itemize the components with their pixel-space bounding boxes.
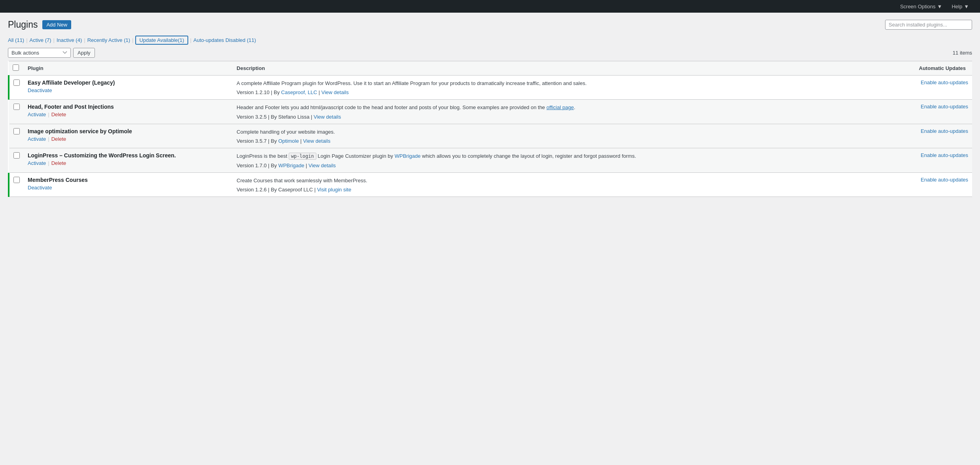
- plugin-description: Create Courses that work seamlessly with…: [236, 177, 816, 185]
- screen-options-button[interactable]: Screen Options ▼: [895, 0, 947, 13]
- enable-auto-updates-link[interactable]: Enable auto-updates: [921, 177, 968, 183]
- filter-bar: All (11) | Active (7) | Inactive (4) | R…: [8, 36, 972, 45]
- plugin-meta: Version 3.2.5 | By Stefano Lissa | View …: [236, 114, 816, 120]
- plugin-view-details-link[interactable]: View details: [303, 138, 330, 144]
- plugin-name: LoginPress – Customizing the WordPress L…: [28, 152, 229, 159]
- action-separator: |: [48, 136, 49, 142]
- actions-bar: Bulk actions Activate Deactivate Delete …: [8, 48, 972, 58]
- plugin-delete-link[interactable]: Delete: [51, 136, 66, 142]
- plugin-author-link[interactable]: WPBrigade: [278, 163, 305, 168]
- plugin-name: Head, Footer and Post Injections: [28, 104, 229, 110]
- enable-auto-updates-link[interactable]: Enable auto-updates: [921, 128, 968, 134]
- filter-auto-updates-disabled[interactable]: Auto-updates Disabled (11): [193, 37, 256, 43]
- plugin-activate-link[interactable]: Activate: [28, 160, 46, 166]
- col-header-description: Description: [233, 61, 820, 75]
- plugin-view-details-link[interactable]: Visit plugin site: [317, 187, 351, 193]
- filter-sep-2: |: [53, 37, 55, 43]
- screen-options-label: Screen Options: [900, 4, 936, 9]
- plugin-view-details-link[interactable]: View details: [314, 114, 341, 120]
- plugin-meta: Version 1.2.6 | By Caseproof LLC | Visit…: [236, 187, 816, 193]
- table-row: MemberPress CoursesDeactivateCreate Cour…: [9, 172, 972, 197]
- search-box: [885, 20, 972, 30]
- plugin-activate-link[interactable]: Activate: [28, 112, 46, 117]
- plugin-author-link[interactable]: Optimole: [278, 138, 299, 144]
- plugin-description-cell: Header and Footer lets you add html/java…: [233, 100, 820, 124]
- plugin-name: Easy Affiliate Developer (Legacy): [28, 79, 229, 86]
- col-header-plugin: Plugin: [24, 61, 233, 75]
- help-chevron-icon: ▼: [964, 4, 969, 9]
- plugin-auto-updates-cell: Enable auto-updates: [820, 75, 972, 100]
- help-button[interactable]: Help ▼: [947, 0, 974, 13]
- loginpress-author-link[interactable]: WPBrigade: [395, 153, 421, 159]
- plugin-name: Image optimization service by Optimole: [28, 128, 229, 134]
- plugin-checkbox-cell: [9, 172, 24, 197]
- plugin-actions: Deactivate: [28, 185, 229, 191]
- enable-auto-updates-link[interactable]: Enable auto-updates: [921, 152, 968, 158]
- filter-update-available[interactable]: Update Available (1): [135, 36, 188, 45]
- plugin-info-cell: Image optimization service by OptimoleAc…: [24, 124, 233, 148]
- plugin-auto-updates-cell: Enable auto-updates: [820, 124, 972, 148]
- plugin-actions: Activate | Delete: [28, 136, 229, 142]
- plugin-deactivate-link[interactable]: Deactivate: [28, 185, 52, 191]
- apply-button[interactable]: Apply: [73, 48, 95, 58]
- table-header-row: Plugin Description Automatic Updates: [9, 61, 972, 75]
- table-row: LoginPress – Customizing the WordPress L…: [9, 148, 972, 173]
- col-header-auto-updates: Automatic Updates: [820, 61, 972, 75]
- plugin-description-cell: Complete handling of your website images…: [233, 124, 820, 148]
- plugin-actions: Activate | Delete: [28, 112, 229, 117]
- plugin-checkbox[interactable]: [13, 79, 20, 86]
- search-input[interactable]: [885, 20, 972, 30]
- plugin-checkbox-cell: [9, 148, 24, 173]
- help-label: Help: [952, 4, 962, 9]
- plugin-description: Header and Footer lets you add html/java…: [236, 104, 816, 112]
- filter-all[interactable]: All (11): [8, 37, 24, 43]
- enable-auto-updates-link[interactable]: Enable auto-updates: [921, 104, 968, 110]
- bulk-actions-select[interactable]: Bulk actions Activate Deactivate Delete …: [8, 48, 71, 58]
- action-separator: |: [48, 160, 49, 166]
- plugin-info-cell: MemberPress CoursesDeactivate: [24, 172, 233, 197]
- plugin-checkbox[interactable]: [13, 104, 20, 110]
- filter-links: All (11) | Active (7) | Inactive (4) | R…: [8, 36, 256, 45]
- plugin-info-cell: Easy Affiliate Developer (Legacy)Deactiv…: [24, 75, 233, 100]
- plugin-view-details-link[interactable]: View details: [308, 163, 336, 168]
- plugins-table: Plugin Description Automatic Updates Eas…: [8, 61, 972, 197]
- plugin-description: LoginPress is the best wp-login Login Pa…: [236, 152, 816, 160]
- filter-sep-5: |: [190, 37, 191, 43]
- plugin-name: MemberPress Courses: [28, 177, 229, 183]
- plugin-meta: Version 3.5.7 | By Optimole | View detai…: [236, 138, 816, 144]
- plugin-view-details-link[interactable]: View details: [322, 89, 349, 95]
- plugin-checkbox[interactable]: [13, 177, 20, 183]
- plugin-auto-updates-cell: Enable auto-updates: [820, 172, 972, 197]
- items-count: 11 items: [953, 50, 972, 56]
- filter-recently-active[interactable]: Recently Active (1): [87, 37, 130, 43]
- plugin-auto-updates-cell: Enable auto-updates: [820, 148, 972, 173]
- official-page-link[interactable]: official page: [547, 104, 574, 110]
- plugin-auto-updates-cell: Enable auto-updates: [820, 100, 972, 124]
- plugin-author-link[interactable]: Caseproof, LLC: [281, 89, 317, 95]
- table-row: Image optimization service by OptimoleAc…: [9, 124, 972, 148]
- table-row: Easy Affiliate Developer (Legacy)Deactiv…: [9, 75, 972, 100]
- plugin-deactivate-link[interactable]: Deactivate: [28, 87, 52, 93]
- plugin-actions: Deactivate: [28, 87, 229, 93]
- table-row: Head, Footer and Post InjectionsActivate…: [9, 100, 972, 124]
- plugin-delete-link[interactable]: Delete: [51, 112, 66, 117]
- filter-active[interactable]: Active (7): [30, 37, 51, 43]
- select-all-checkbox[interactable]: [13, 64, 19, 71]
- plugin-checkbox[interactable]: [13, 128, 20, 134]
- plugin-checkbox-cell: [9, 75, 24, 100]
- plugin-activate-link[interactable]: Activate: [28, 136, 46, 142]
- plugin-checkbox-cell: [9, 124, 24, 148]
- plugin-delete-link[interactable]: Delete: [51, 160, 66, 166]
- filter-inactive[interactable]: Inactive (4): [57, 37, 82, 43]
- filter-sep-3: |: [84, 37, 85, 43]
- plugin-description: A complete Affiliate Program plugin for …: [236, 79, 816, 87]
- page-title-area: Plugins Add New: [8, 19, 71, 31]
- filter-sep-4: |: [132, 37, 133, 43]
- enable-auto-updates-link[interactable]: Enable auto-updates: [921, 79, 968, 85]
- page-title: Plugins: [8, 19, 38, 31]
- add-new-button[interactable]: Add New: [42, 20, 71, 29]
- admin-top-bar: Screen Options ▼ Help ▼: [0, 0, 980, 13]
- plugin-checkbox-cell: [9, 100, 24, 124]
- action-separator: |: [48, 112, 49, 117]
- plugin-checkbox[interactable]: [13, 152, 20, 159]
